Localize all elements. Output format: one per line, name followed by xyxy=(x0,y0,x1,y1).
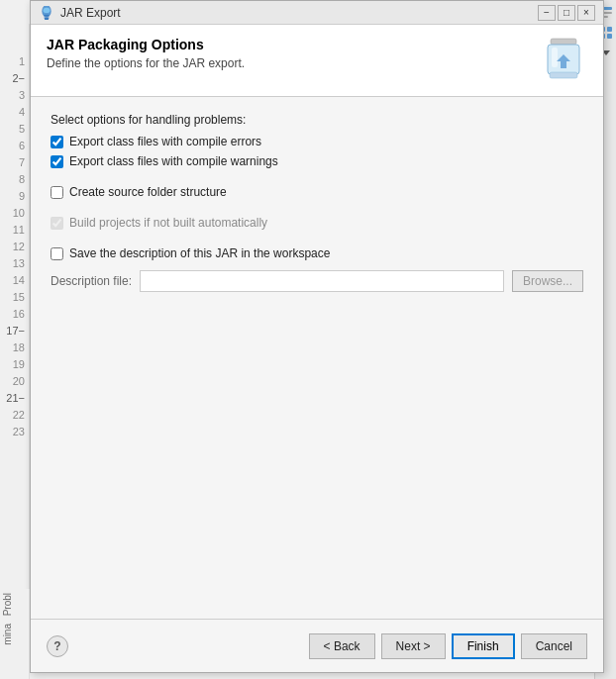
separator-2 xyxy=(51,207,583,208)
line-9: 9 xyxy=(19,188,25,205)
svg-point-8 xyxy=(44,7,51,12)
separator-1 xyxy=(51,176,583,177)
line-4: 4 xyxy=(19,104,25,121)
title-bar-controls: − □ × xyxy=(538,5,595,21)
checkbox-compile-errors[interactable] xyxy=(51,136,63,148)
line-21: 21− xyxy=(6,390,25,407)
separator-3 xyxy=(51,238,583,239)
back-button[interactable]: < Back xyxy=(309,633,375,659)
finish-button[interactable]: Finish xyxy=(452,633,515,659)
svg-rect-11 xyxy=(551,39,576,45)
svg-rect-14 xyxy=(550,72,577,78)
description-row: Description file: Browse... xyxy=(51,270,583,292)
line-1: 1 xyxy=(19,53,25,70)
line-22: 22 xyxy=(13,407,25,424)
bottom-panel-problems: Probl xyxy=(0,589,30,620)
jar-export-dialog: JAR Export − □ × JAR Packaging Options D… xyxy=(30,0,604,673)
line-20: 20 xyxy=(13,373,25,390)
dialog-header-text: JAR Packaging Options Define the options… xyxy=(47,37,528,70)
checkbox-source-folder[interactable] xyxy=(51,186,63,199)
svg-marker-10 xyxy=(44,17,49,20)
section-label: Select options for handling problems: xyxy=(51,113,583,127)
line-11: 11 xyxy=(13,222,25,239)
cancel-button[interactable]: Cancel xyxy=(521,633,587,659)
checkbox-build-projects-row: Build projects if not built automaticall… xyxy=(51,216,583,230)
line-18: 18 xyxy=(13,340,25,356)
checkbox-compile-warnings-label[interactable]: Export class files with compile warnings xyxy=(69,154,278,168)
checkbox-build-projects xyxy=(51,217,63,230)
jar-icon-container xyxy=(540,37,587,84)
line-numbers-panel: 1 2− 3 4 5 6 7 8 9 10 11 12 13 14 15 16 … xyxy=(0,24,30,598)
help-button[interactable]: ? xyxy=(47,635,68,657)
line-6: 6 xyxy=(19,138,25,154)
line-13: 13 xyxy=(13,255,25,272)
line-8: 8 xyxy=(19,171,25,188)
checkbox-build-projects-label: Build projects if not built automaticall… xyxy=(69,216,267,230)
svg-rect-9 xyxy=(44,14,49,16)
checkbox-compile-warnings-row: Export class files with compile warnings xyxy=(51,154,583,168)
checkbox-save-description-row: Save the description of this JAR in the … xyxy=(51,246,583,260)
dialog-header: JAR Packaging Options Define the options… xyxy=(31,25,603,97)
title-bar-icon xyxy=(39,5,54,21)
footer-right: < Back Next > Finish Cancel xyxy=(309,633,587,659)
line-12: 12 xyxy=(13,239,25,255)
title-bar-left: JAR Export xyxy=(39,5,121,21)
line-17: 17− xyxy=(6,323,25,340)
checkbox-compile-errors-row: Export class files with compile errors xyxy=(51,135,583,148)
maximize-button[interactable]: □ xyxy=(558,5,575,21)
title-bar: JAR Export − □ × xyxy=(31,1,603,25)
dialog-title: JAR Packaging Options xyxy=(47,37,528,52)
line-19: 19 xyxy=(13,356,25,373)
terminal-label: mina xyxy=(0,622,15,647)
dialog-description: Define the options for the JAR export. xyxy=(47,56,528,70)
jar-icon xyxy=(541,35,586,86)
line-14: 14 xyxy=(13,272,25,289)
description-file-input[interactable] xyxy=(140,270,504,292)
svg-rect-13 xyxy=(552,48,558,67)
dialog-footer: ? < Back Next > Finish Cancel xyxy=(31,619,603,672)
browse-button[interactable]: Browse... xyxy=(512,270,583,292)
svg-rect-6 xyxy=(607,34,612,39)
line-23: 23 xyxy=(13,424,25,440)
close-button[interactable]: × xyxy=(577,5,595,21)
footer-left: ? xyxy=(47,635,68,657)
next-button[interactable]: Next > xyxy=(381,633,446,659)
bottom-panel-terminal: mina xyxy=(0,620,30,679)
checkbox-save-description[interactable] xyxy=(51,247,63,260)
svg-rect-4 xyxy=(607,27,612,32)
line-10: 10 xyxy=(13,205,25,222)
line-3: 3 xyxy=(19,87,25,104)
minimize-button[interactable]: − xyxy=(538,5,556,21)
dialog-body: Select options for handling problems: Ex… xyxy=(31,97,603,619)
title-bar-text: JAR Export xyxy=(60,6,121,20)
checkbox-compile-warnings[interactable] xyxy=(51,155,63,168)
description-file-label: Description file: xyxy=(51,274,132,288)
line-5: 5 xyxy=(19,121,25,138)
line-2: 2− xyxy=(12,70,25,87)
line-15: 15 xyxy=(13,289,25,306)
checkbox-source-folder-row: Create source folder structure xyxy=(51,185,583,199)
line-16: 16 xyxy=(13,306,25,323)
checkbox-source-folder-label[interactable]: Create source folder structure xyxy=(69,185,227,199)
problems-label: Probl xyxy=(0,591,15,618)
line-7: 7 xyxy=(19,154,25,171)
checkbox-compile-errors-label[interactable]: Export class files with compile errors xyxy=(69,135,261,148)
checkbox-save-description-label[interactable]: Save the description of this JAR in the … xyxy=(69,246,330,260)
